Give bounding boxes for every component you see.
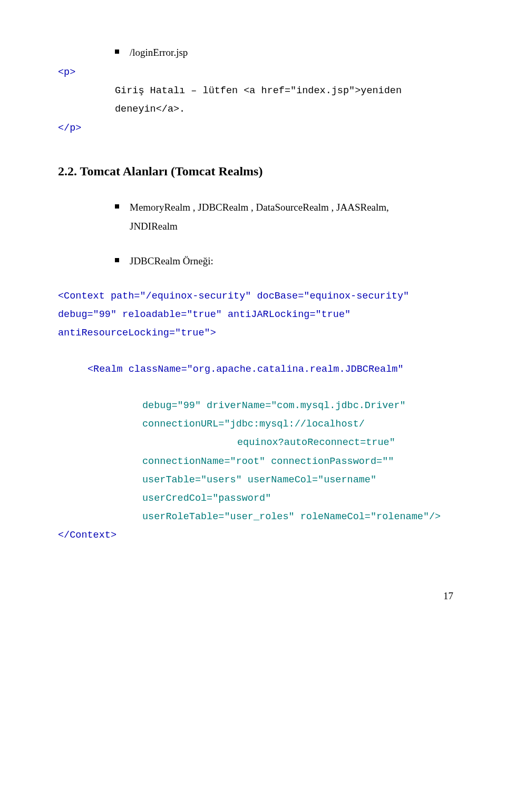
code-l9: userTable="users" userNameCol="username" (58, 471, 453, 489)
login-hata-line2: deneyin</a>. (58, 100, 453, 118)
p-close-tag: </p> (58, 119, 453, 137)
p-open-tag: <p> (58, 63, 453, 82)
section-title: Tomcat Alanları (Tomcat Realms) (80, 164, 263, 178)
square-bullet-icon (115, 204, 119, 209)
bullet-realm-types: MemoryRealm , JDBCRealm , DataSourceReal… (58, 198, 453, 236)
code-l5: debug="99" driverName="com.mysql.jdbc.Dr… (58, 397, 453, 415)
square-bullet-icon (115, 258, 119, 262)
realm-types-line2: JNDIRealm (130, 217, 389, 236)
code-l12: </Context> (58, 526, 453, 544)
bullet-login-error: /loginError.jsp (58, 43, 453, 62)
login-error-block: /loginError.jsp <p> Giriş Hatalı – lütfe… (58, 43, 453, 137)
login-hata-line1: Giriş Hatalı – lütfen <a href="index.jsp… (58, 82, 453, 100)
code-l3: antiResourceLocking="true"> (58, 324, 453, 342)
square-bullet-icon (115, 49, 119, 54)
code-l11: userRoleTable="user_roles" roleNameCol="… (142, 511, 441, 522)
code-realm-attrs: debug="99" driverName="com.mysql.jdbc.Dr… (58, 397, 453, 544)
code-l7: equinox?autoReconnect=true" (58, 433, 453, 452)
code-l11-row: userRoleTable="user_roles" roleNameCol="… (58, 508, 453, 526)
code-l4: <Realm className="org.apache.catalina.re… (58, 360, 453, 379)
code-l8: connectionName="root" connectionPassword… (58, 452, 453, 471)
realm-types-wrap: MemoryRealm , JDBCRealm , DataSourceReal… (130, 198, 389, 236)
code-context-block: <Context path="/equinox-security" docBas… (58, 287, 453, 379)
jdbc-example-label: JDBCRealm Örneği: (130, 252, 213, 271)
section-number: 2.2. (58, 164, 77, 178)
login-error-text: /loginError.jsp (130, 43, 188, 62)
bullet-jdbc-example: JDBCRealm Örneği: (58, 252, 453, 271)
code-l6: connectionURL="jdbc:mysql://localhost/ (58, 415, 453, 433)
section-heading: 2.2. Tomcat Alanları (Tomcat Realms) (58, 160, 453, 184)
code-l10: userCredCol="password" (58, 489, 453, 508)
realm-types-line1: MemoryRealm , JDBCRealm , DataSourceReal… (130, 198, 389, 217)
realm-list-block: MemoryRealm , JDBCRealm , DataSourceReal… (58, 198, 453, 271)
code-l1: <Context path="/equinox-security" docBas… (58, 287, 453, 305)
page-number: 17 (58, 587, 453, 606)
code-l2: debug="99" reloadable="true" antiJARLock… (58, 305, 453, 324)
